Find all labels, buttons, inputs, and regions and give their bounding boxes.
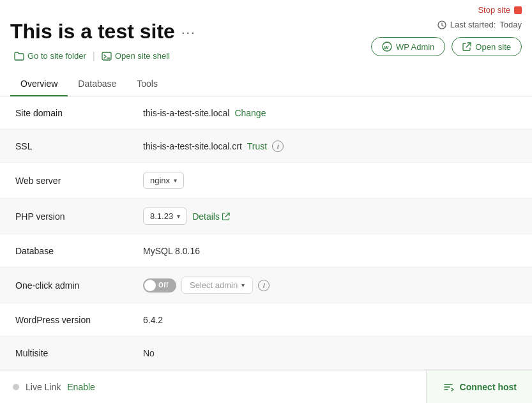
php-version-label: PHP version <box>15 211 143 222</box>
php-details-button[interactable]: Details <box>192 211 230 222</box>
open-site-shell-link[interactable]: Open site shell <box>98 50 174 62</box>
connect-host-icon <box>442 381 455 393</box>
wordpress-version-label: WordPress version <box>15 315 143 325</box>
folder-icon <box>14 52 24 61</box>
site-domain-text: this-is-a-test-site.local <box>143 108 229 118</box>
select-admin-placeholder: Select admin <box>190 280 238 290</box>
tabs-bar: Overview Database Tools <box>0 72 532 96</box>
multisite-value: No <box>143 348 517 358</box>
multisite-label: Multisite <box>15 348 143 358</box>
stop-icon <box>514 6 522 14</box>
one-click-admin-info-icon[interactable]: i <box>258 280 270 291</box>
ssl-value: this-is-a-test-site.local.crt Trust i <box>143 141 517 152</box>
connect-host-button[interactable]: Connect host <box>426 370 532 403</box>
header-left: This is a test site ··· Go to site folde… <box>10 20 196 62</box>
web-server-dropdown[interactable]: nginx ▾ <box>143 172 184 189</box>
open-site-button[interactable]: Open site <box>452 37 522 56</box>
site-info-table: Site domain this-is-a-test-site.local Ch… <box>0 96 532 403</box>
last-started: Last started: Today <box>437 20 522 29</box>
external-link-icon <box>462 42 471 51</box>
php-version-row: PHP version 8.1.23 ▾ Details <box>0 199 532 234</box>
connect-host-label: Connect host <box>460 382 517 392</box>
bottom-bar: Live Link Enable Connect host <box>0 370 532 403</box>
site-title-row: This is a test site ··· <box>10 20 196 43</box>
last-started-value: Today <box>499 20 522 29</box>
ssl-cert-text: this-is-a-test-site.local.crt <box>143 141 242 151</box>
php-chevron-icon: ▾ <box>177 213 180 220</box>
live-link-label: Live Link <box>26 382 61 392</box>
php-version-dropdown[interactable]: 8.1.23 ▾ <box>143 208 187 225</box>
select-admin-chevron-icon: ▾ <box>241 282 245 289</box>
open-site-label: Open site <box>475 42 511 52</box>
svg-line-5 <box>466 43 471 47</box>
toggle-off-text: Off <box>158 282 169 289</box>
trust-ssl-button[interactable]: Trust <box>247 141 267 151</box>
enable-live-link-button[interactable]: Enable <box>67 382 95 392</box>
one-click-admin-toggle[interactable]: Off <box>143 278 176 293</box>
ssl-label: SSL <box>15 141 143 151</box>
live-dot-icon <box>13 384 19 390</box>
svg-line-6 <box>225 213 229 217</box>
stop-site-button[interactable]: Stop site <box>478 5 522 15</box>
open-shell-label: Open site shell <box>115 51 170 61</box>
one-click-admin-value: Off Select admin ▾ i <box>143 277 517 294</box>
svg-text:W: W <box>384 45 389 50</box>
external-link-small-icon <box>222 213 230 220</box>
one-click-admin-row: One-click admin Off Select admin ▾ i <box>0 268 532 303</box>
database-text: MySQL 8.0.16 <box>143 246 200 256</box>
multisite-row: Multisite No <box>0 337 532 370</box>
wordpress-version-text: 6.4.2 <box>143 315 163 325</box>
wp-admin-label: WP Admin <box>396 42 434 52</box>
web-server-row: Web server nginx ▾ <box>0 163 532 199</box>
site-title: This is a test site <box>10 20 175 43</box>
wordpress-version-value: 6.4.2 <box>143 315 517 325</box>
tab-overview[interactable]: Overview <box>10 72 68 96</box>
wp-admin-button[interactable]: W WP Admin <box>371 37 445 56</box>
database-value: MySQL 8.0.16 <box>143 246 517 256</box>
toggle-knob <box>144 280 156 291</box>
wordpress-version-row: WordPress version 6.4.2 <box>0 303 532 337</box>
goto-site-folder-link[interactable]: Go to site folder <box>10 50 90 62</box>
tab-database[interactable]: Database <box>68 72 126 96</box>
wp-icon: W <box>382 42 392 52</box>
last-started-label: Last started: <box>450 20 496 29</box>
ssl-info-icon[interactable]: i <box>272 141 284 152</box>
header-right: Last started: Today W WP Admin Open sit <box>371 20 522 56</box>
goto-folder-label: Go to site folder <box>27 51 86 61</box>
site-domain-label: Site domain <box>15 108 143 118</box>
php-version-value: 8.1.23 ▾ Details <box>143 208 517 225</box>
live-link-section: Live Link Enable <box>0 382 108 392</box>
clock-icon <box>437 20 446 29</box>
site-domain-row: Site domain this-is-a-test-site.local Ch… <box>0 96 532 130</box>
more-menu-button[interactable]: ··· <box>181 26 196 38</box>
database-row: Database MySQL 8.0.16 <box>0 234 532 268</box>
web-server-selected: nginx <box>150 176 170 185</box>
header-actions: W WP Admin Open site <box>371 37 522 56</box>
one-click-admin-label: One-click admin <box>15 280 143 291</box>
chevron-down-icon: ▾ <box>174 177 177 184</box>
top-bar: Stop site <box>0 0 532 20</box>
header-links: Go to site folder | Open site shell <box>10 50 196 62</box>
multisite-text: No <box>143 348 155 358</box>
web-server-value: nginx ▾ <box>143 172 517 189</box>
database-label: Database <box>15 246 143 256</box>
web-server-label: Web server <box>15 176 143 186</box>
php-version-selected: 8.1.23 <box>150 211 173 221</box>
select-admin-dropdown[interactable]: Select admin ▾ <box>181 277 253 294</box>
stop-site-label: Stop site <box>478 5 510 15</box>
tab-tools[interactable]: Tools <box>126 72 168 96</box>
ssl-row: SSL this-is-a-test-site.local.crt Trust … <box>0 130 532 163</box>
link-separator: | <box>93 50 95 62</box>
svg-rect-0 <box>102 52 111 60</box>
header: This is a test site ··· Go to site folde… <box>0 20 532 67</box>
change-domain-button[interactable]: Change <box>234 108 266 118</box>
terminal-icon <box>102 52 112 61</box>
site-domain-value: this-is-a-test-site.local Change <box>143 108 517 118</box>
